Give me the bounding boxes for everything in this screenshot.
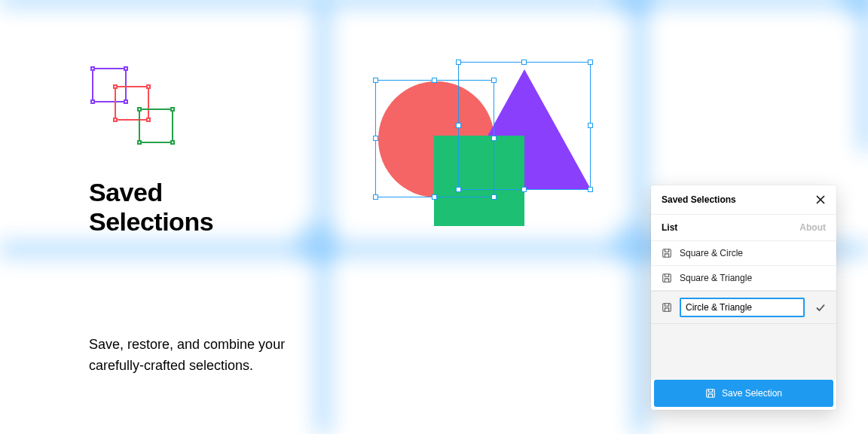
selection-box-triangle — [458, 62, 591, 190]
saved-selections-panel: Saved Selections List About Square & Cir… — [651, 185, 836, 410]
selection-save-icon — [662, 248, 672, 258]
logo-selection-boxes — [89, 65, 187, 163]
panel-empty-space — [651, 324, 836, 380]
list-item-editing — [651, 291, 836, 324]
close-icon[interactable] — [815, 194, 826, 205]
selection-save-icon — [705, 388, 716, 399]
rename-input[interactable] — [680, 298, 805, 317]
save-button-label: Save Selection — [722, 388, 782, 399]
page-description: Save, restore, and combine your carefull… — [89, 335, 315, 377]
canvas-illustration — [362, 60, 633, 256]
tab-about[interactable]: About — [799, 222, 826, 233]
confirm-button[interactable] — [812, 302, 829, 313]
svg-rect-2 — [663, 304, 671, 312]
selection-save-icon — [662, 302, 672, 313]
svg-rect-1 — [663, 274, 671, 283]
list-item-label: Square & Circle — [680, 248, 743, 258]
check-icon — [815, 302, 826, 313]
save-selection-button[interactable]: Save Selection — [654, 380, 833, 407]
list-item[interactable]: Square & Circle — [651, 241, 836, 266]
list-item[interactable]: Square & Triangle — [651, 266, 836, 291]
tab-list[interactable]: List — [662, 222, 677, 233]
list-item-label: Square & Triangle — [680, 273, 752, 283]
svg-rect-0 — [663, 249, 671, 258]
panel-title: Saved Selections — [662, 194, 736, 205]
svg-rect-3 — [707, 390, 715, 398]
page-title: Saved Selections — [89, 178, 315, 237]
selection-save-icon — [662, 273, 672, 283]
